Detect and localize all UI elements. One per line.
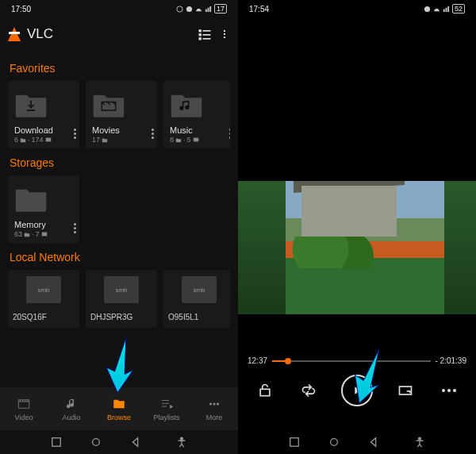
svg-rect-16 [52, 438, 61, 447]
svg-rect-11 [193, 138, 198, 142]
more-icon [207, 397, 221, 411]
video-frame [238, 181, 476, 314]
localnet-row[interactable]: smb 20SQ16F smb DHJSPR3G smb O95I5L1 [8, 270, 230, 328]
card-overflow-icon[interactable] [229, 129, 230, 139]
folder-card-movies[interactable]: Movies 17 [86, 81, 157, 148]
play-icon [351, 384, 363, 397]
playlist-icon [159, 397, 174, 411]
current-time: 12:37 [248, 356, 267, 365]
svg-point-22 [331, 439, 338, 446]
dots-icon [442, 389, 456, 392]
svg-point-0 [177, 6, 182, 11]
back-icon[interactable] [368, 437, 379, 448]
aspect-icon [397, 383, 413, 398]
folder-icon [14, 185, 48, 214]
app-title: VLC [27, 26, 190, 42]
smb-icon: smb [182, 276, 217, 303]
svg-rect-3 [199, 33, 202, 36]
svg-point-9 [224, 37, 225, 38]
home-icon[interactable] [90, 437, 102, 448]
vlc-icon [8, 27, 21, 41]
nav-playlists[interactable]: Playlists [143, 387, 190, 430]
card-overflow-icon[interactable] [74, 129, 76, 139]
remaining-time: - 2:01:39 [436, 356, 466, 365]
svg-rect-2 [203, 30, 211, 32]
seek-knob[interactable] [285, 358, 291, 364]
back-icon[interactable] [130, 437, 141, 448]
status-bar: 17:54 52 [238, 0, 476, 17]
repeat-icon [301, 383, 317, 398]
svg-rect-6 [203, 38, 211, 40]
smb-card[interactable]: smb 20SQ16F [8, 270, 79, 328]
folder-card-music[interactable]: Music 8 · 5 [163, 81, 230, 148]
svg-point-23 [418, 437, 421, 441]
bottom-nav: Video Audio Browse Playlists More [0, 387, 238, 430]
app-bar: VLC [0, 17, 238, 51]
lock-icon [257, 383, 273, 398]
play-button[interactable] [341, 375, 373, 406]
advanced-button[interactable] [437, 379, 461, 402]
svg-rect-10 [45, 138, 50, 142]
svg-point-17 [93, 439, 100, 446]
svg-rect-21 [290, 438, 299, 447]
folder-icon [112, 397, 126, 411]
clock: 17:54 [249, 5, 269, 13]
system-nav [0, 430, 238, 454]
svg-rect-4 [203, 34, 211, 36]
section-storages-title: Storages [10, 156, 228, 169]
svg-rect-12 [41, 233, 46, 237]
browse-content: Favorites Download 6 · 174 [0, 51, 238, 387]
system-nav [238, 430, 476, 454]
svg-point-15 [217, 402, 219, 405]
folder-card-download[interactable]: Download 6 · 174 [8, 81, 79, 148]
favorites-row[interactable]: Download 6 · 174 Movies 17 [8, 81, 230, 148]
svg-point-18 [180, 437, 183, 441]
status-icons: 17 [176, 4, 227, 13]
view-list-icon[interactable] [197, 26, 213, 42]
smb-icon: smb [26, 276, 61, 303]
vlc-player-screen: 17:54 52 12:37 - 2:01:39 [238, 0, 476, 454]
smb-card[interactable]: smb DHJSPR3G [86, 270, 157, 328]
seek-bar[interactable]: 12:37 - 2:01:39 [238, 356, 476, 365]
accessibility-icon[interactable] [176, 437, 187, 448]
lock-button[interactable] [253, 379, 277, 402]
overflow-icon[interactable] [219, 26, 230, 42]
folder-music-icon [170, 90, 203, 119]
svg-rect-5 [199, 37, 202, 40]
card-overflow-icon[interactable] [152, 129, 154, 139]
audio-icon [64, 397, 79, 411]
clock: 17:50 [11, 5, 31, 13]
player-controls-bar: 12:37 - 2:01:39 [238, 356, 476, 406]
folder-movies-icon [92, 90, 125, 119]
smb-icon: smb [104, 276, 139, 303]
nav-more[interactable]: More [190, 387, 238, 430]
recents-icon[interactable] [51, 437, 62, 448]
nav-video[interactable]: Video [0, 387, 48, 430]
accessibility-icon[interactable] [414, 437, 425, 448]
svg-point-7 [224, 30, 225, 32]
vlc-browse-screen: 17:50 17 VLC Favorites [0, 0, 238, 454]
section-favorites-title: Favorites [10, 62, 228, 75]
home-icon[interactable] [328, 437, 340, 448]
svg-rect-19 [260, 389, 270, 395]
smb-card[interactable]: smb O95I5L1 [163, 270, 230, 328]
video-surface[interactable]: 12:37 - 2:01:39 [238, 17, 476, 430]
folder-download-icon [14, 90, 48, 119]
status-bar: 17:50 17 [0, 0, 238, 17]
storages-row[interactable]: Memory 63 · 7 [8, 175, 230, 243]
seek-track[interactable] [272, 360, 430, 362]
battery-pct: 52 [452, 4, 465, 13]
svg-rect-1 [199, 29, 202, 32]
card-overflow-icon[interactable] [74, 223, 76, 233]
svg-point-13 [209, 402, 212, 405]
folder-card-memory[interactable]: Memory 63 · 7 [8, 175, 79, 243]
aspect-button[interactable] [393, 379, 417, 402]
nav-browse[interactable]: Browse [95, 387, 143, 430]
video-icon [17, 397, 31, 411]
svg-point-8 [224, 33, 225, 35]
battery-pct: 17 [214, 4, 227, 13]
nav-audio[interactable]: Audio [48, 387, 95, 430]
status-icons: 52 [424, 4, 465, 13]
repeat-button[interactable] [297, 379, 321, 402]
recents-icon[interactable] [289, 437, 300, 448]
